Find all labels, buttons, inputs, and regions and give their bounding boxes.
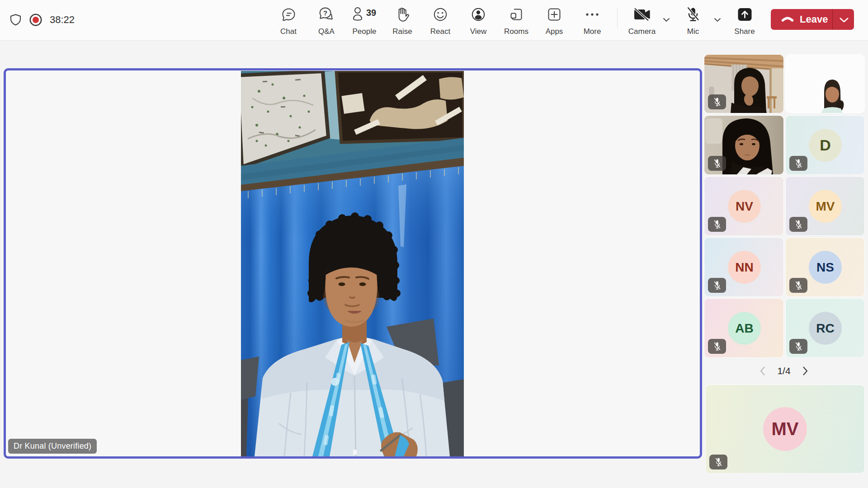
- svg-text:?: ?: [323, 9, 327, 17]
- svg-text:39: 39: [366, 8, 376, 18]
